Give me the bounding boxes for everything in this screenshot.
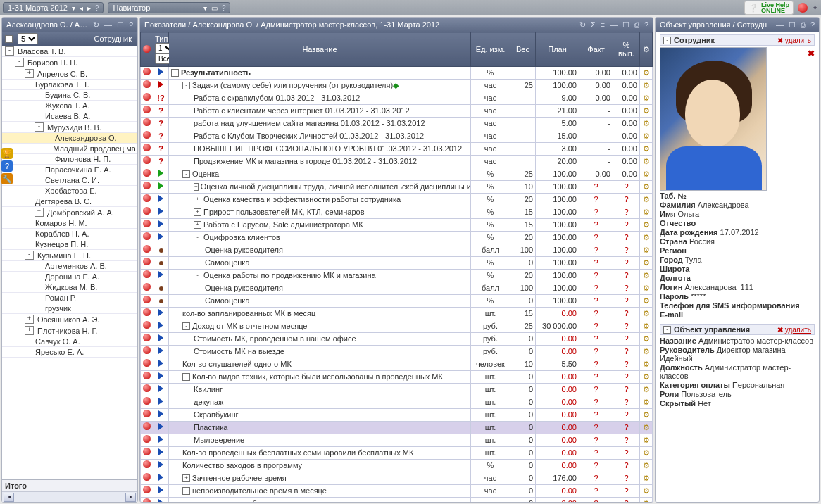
tree-row[interactable]: Комаров Н. М.: [2, 218, 137, 229]
tree-toggle-icon[interactable]: -: [25, 251, 34, 260]
tree-row[interactable]: Савчук О. А.: [2, 336, 137, 347]
tree-row[interactable]: +Плотникова Н. Г.: [2, 325, 137, 336]
gear-icon[interactable]: ⚙: [643, 119, 650, 127]
row-toggle-icon[interactable]: +: [194, 183, 199, 191]
pin-icon[interactable]: ▭: [211, 4, 218, 12]
tree-row[interactable]: -Кузьмина Е. Н.: [2, 250, 137, 261]
tree-row[interactable]: -Мурузиди В. В.: [2, 122, 137, 133]
row-toggle-icon[interactable]: +: [194, 221, 201, 229]
trophy-icon[interactable]: 🏆: [1, 148, 13, 159]
table-row[interactable]: +Зачтенное рабочее времячас0176.00??⚙: [141, 472, 653, 485]
gear-icon[interactable]: ⚙: [643, 322, 650, 330]
gear-icon[interactable]: ⚙: [643, 157, 650, 165]
table-row[interactable]: ?Продвижение МК и магазина в городе 01.0…: [141, 156, 653, 168]
tree-row[interactable]: Будина С. В.: [2, 90, 137, 101]
tree-toggle-icon[interactable]: +: [25, 326, 34, 335]
tree-row[interactable]: Доронина Е. А.: [2, 272, 137, 282]
help-icon[interactable]: ?: [644, 20, 648, 29]
gear-icon[interactable]: ⚙: [643, 360, 650, 368]
print-icon[interactable]: ⎙: [634, 20, 639, 29]
row-toggle-icon[interactable]: -: [194, 272, 201, 279]
help-icon[interactable]: ?: [129, 20, 133, 29]
col-pct[interactable]: % вып.: [613, 32, 640, 67]
table-row[interactable]: -Оценка работы по продвижению МК и магаз…: [141, 270, 653, 282]
tree-toggle-icon[interactable]: +: [25, 69, 34, 78]
print-icon[interactable]: ⎙: [801, 20, 806, 29]
tree-row[interactable]: +Апрелов С. В.: [2, 68, 137, 80]
col-gear[interactable]: ⚙: [640, 32, 653, 67]
table-row[interactable]: -Доход от МК в отчетном месяцеруб.2530 0…: [141, 320, 653, 333]
tree-row[interactable]: -Борисов Н. Н.: [2, 57, 137, 68]
col-plan[interactable]: План: [536, 32, 579, 67]
row-toggle-icon[interactable]: -: [171, 69, 179, 77]
gear-icon[interactable]: ⚙: [643, 385, 650, 393]
help-icon[interactable]: ?: [810, 20, 815, 29]
wrench-icon[interactable]: 🔧: [1, 173, 13, 184]
expand-icon[interactable]: ☐: [117, 20, 124, 30]
row-toggle-icon[interactable]: -: [194, 234, 201, 241]
row-toggle-icon[interactable]: +: [194, 208, 201, 216]
gear-icon[interactable]: ⚙: [643, 372, 650, 381]
table-row[interactable]: -Задачи (самому себе) или поручения (от …: [141, 80, 653, 92]
delete-link[interactable]: ✖ удалить: [776, 37, 811, 44]
table-row[interactable]: Самооценка%0100.00??⚙: [141, 295, 653, 308]
gear-icon[interactable]: ⚙: [643, 486, 650, 495]
prev-icon[interactable]: ◂: [80, 4, 83, 12]
tree-row[interactable]: Кузнецов П. Н.: [2, 239, 137, 250]
table-row[interactable]: -Оцифровка клиентов%20100.00??⚙: [141, 232, 653, 244]
col-fact[interactable]: Факт: [579, 32, 613, 67]
period-selector[interactable]: 1-31 Марта 2012 ▾ ◂ ▸ ?: [3, 2, 104, 13]
next-icon[interactable]: ▸: [87, 4, 91, 12]
collapse-icon[interactable]: -: [663, 326, 671, 334]
tree-row[interactable]: Бурлакова Т. Т.: [2, 80, 137, 90]
close-icon[interactable]: ✖: [808, 49, 815, 58]
table-row[interactable]: ?ПОВЫШЕНИЕ ПРОФЕССИОНАЛЬНОГО УРОВНЯ 01.0…: [141, 143, 653, 156]
gear-icon[interactable]: ⚙: [643, 398, 650, 406]
gear-icon[interactable]: ⚙: [643, 448, 650, 457]
gear-icon[interactable]: ⚙: [643, 499, 650, 502]
gear-icon[interactable]: ⚙: [643, 94, 650, 102]
tree-row[interactable]: Александрова О.: [2, 133, 137, 144]
tree-row[interactable]: Артеменков А. В.: [2, 261, 137, 272]
table-row[interactable]: Кол-во проведенных бесплатных семинарови…: [141, 447, 653, 460]
delete-link[interactable]: ✖ удалить: [776, 326, 811, 334]
tree-row[interactable]: Исаева В. А.: [2, 111, 137, 122]
table-row[interactable]: ?Работа с Клубом Творческих Личностей 01…: [141, 130, 653, 143]
employee-tree[interactable]: -Власова Т. В.-Борисов Н. Н.+Апрелов С. …: [2, 46, 137, 479]
table-row[interactable]: +Прирост пользователей МК, КТЛ, семинаро…: [141, 206, 653, 219]
help-icon[interactable]: ?: [95, 4, 99, 12]
gear-icon[interactable]: ⚙: [643, 423, 650, 431]
gear-icon[interactable]: ⚙: [643, 182, 650, 191]
gear-icon[interactable]: ⚙: [643, 68, 650, 77]
tree-row[interactable]: Хробастова Е.: [2, 186, 137, 196]
list-icon[interactable]: ≡: [600, 20, 604, 29]
tree-row[interactable]: +Домбровский А. А.: [2, 207, 137, 218]
tree-toggle-icon[interactable]: +: [35, 208, 44, 217]
scroll-right-icon[interactable]: ▸: [125, 493, 136, 502]
sigma-icon[interactable]: Σ: [591, 20, 596, 29]
table-row[interactable]: +Оценка личной дисциплины труда, личной …: [141, 181, 653, 194]
table-row[interactable]: Оценка руководителябалл100100.00??⚙: [141, 244, 653, 257]
table-row[interactable]: Пластикашт.00.00??⚙: [141, 422, 653, 434]
gear-icon[interactable]: ⚙: [643, 347, 650, 355]
refresh-icon[interactable]: ↻: [579, 20, 586, 30]
table-row[interactable]: кол-во запланированных МК в месяцшт.150.…: [141, 308, 653, 320]
minus-icon[interactable]: —: [776, 20, 784, 29]
tree-row[interactable]: Светлана С. И.: [2, 175, 137, 186]
row-toggle-icon[interactable]: +: [182, 474, 190, 482]
tree-toggle-icon[interactable]: -: [15, 58, 24, 67]
table-row[interactable]: -непроизводительное время в месяцечас00.…: [141, 485, 653, 498]
status-indicator-icon[interactable]: [798, 3, 808, 13]
gear-icon[interactable]: ⚙: [643, 309, 650, 317]
gear-icon[interactable]: ⚙: [643, 220, 650, 229]
help-icon[interactable]: ?: [222, 4, 226, 12]
tree-row[interactable]: Парасочкина Е. А.: [2, 165, 137, 175]
table-row[interactable]: +Работа с Парусом, Sale администратора М…: [141, 219, 653, 232]
tree-row[interactable]: Филонова Н. П.: [2, 154, 137, 165]
gear-icon[interactable]: ⚙: [643, 474, 650, 482]
expand-icon[interactable]: ☐: [622, 20, 629, 30]
gear-icon[interactable]: ⚙: [643, 334, 650, 343]
gear-icon[interactable]: ⚙: [643, 246, 650, 254]
table-row[interactable]: Квилингшт.00.00??⚙: [141, 384, 653, 396]
table-row[interactable]: Стоимость МК, проведенном в нашем офисер…: [141, 333, 653, 346]
